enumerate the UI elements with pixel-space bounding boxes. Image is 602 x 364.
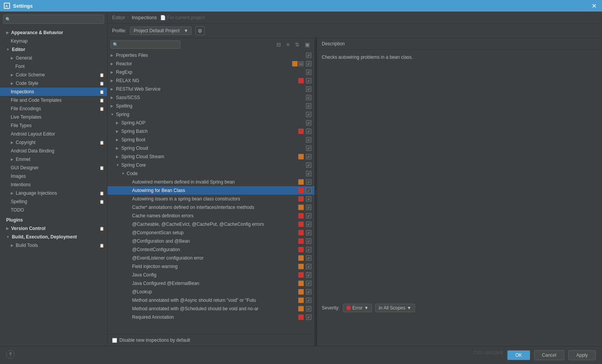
ins-checkbox[interactable] <box>306 281 311 286</box>
sidebar-item-build-tools[interactable]: ▶ Build Tools 📋 <box>0 241 107 250</box>
sidebar-item-code-style[interactable]: ▶ Code Style 📋 <box>0 79 107 88</box>
ins-lookup[interactable]: @Lookup <box>108 288 314 296</box>
sidebar-item-inspections[interactable]: Inspections 📋 <box>0 88 107 96</box>
ins-checkbox[interactable] <box>306 86 311 92</box>
ins-checkbox[interactable] <box>306 95 311 100</box>
ins-autowiring-constructors[interactable]: Autowiring issues in a spring bean class… <box>108 195 314 203</box>
ins-cacheable-errors[interactable]: @Cacheable, @CacheEvict, @CachePut, @Cac… <box>108 220 314 228</box>
scope-dropdown-button[interactable]: In All Scopes ▼ <box>375 304 415 312</box>
ins-cache-names[interactable]: Cache names definition errors <box>108 212 314 220</box>
ins-checkbox[interactable] <box>306 61 311 66</box>
ins-spring-aop[interactable]: ▶ Spring AOP <box>108 119 314 127</box>
severity-dropdown-button[interactable]: Error ▼ <box>343 304 372 312</box>
ins-method-scheduled[interactable]: Method annotated with @Scheduled should … <box>108 304 314 313</box>
sort-button[interactable]: ⇅ <box>293 41 301 48</box>
ok-button[interactable]: OK <box>507 350 530 360</box>
sidebar-search-input[interactable] <box>3 15 104 24</box>
sidebar-item-file-types[interactable]: File Types <box>0 121 107 130</box>
ins-checkbox[interactable] <box>306 222 311 227</box>
sidebar-item-plugins[interactable]: Plugins <box>0 216 107 224</box>
ins-java-config[interactable]: Java Config <box>108 271 314 279</box>
cancel-button[interactable]: Cancel <box>534 350 564 360</box>
sidebar-item-general[interactable]: ▶ General <box>0 54 107 62</box>
ins-checkbox[interactable] <box>306 289 311 295</box>
sidebar-item-emmet[interactable]: ▶ Emmet <box>0 155 107 164</box>
ins-spring-core[interactable]: ▼ Spring Core <box>108 161 314 169</box>
ins-sass[interactable]: ▶ Sass/SCSS <box>108 93 314 102</box>
ins-autowiring-bean-class[interactable]: Autowiring for Bean Class <box>108 186 314 195</box>
sidebar-item-keymap[interactable]: Keymap <box>0 37 107 45</box>
ins-cache-annotations[interactable]: Cache* annotations defined on interfaces… <box>108 203 314 212</box>
sidebar-item-images[interactable]: Images <box>0 172 107 180</box>
ins-checkbox[interactable] <box>306 137 311 142</box>
ins-spring-boot[interactable]: ▶ Spring Boot <box>108 136 314 144</box>
ins-java-configured-external[interactable]: Java Configured @ExternalBean <box>108 279 314 288</box>
ins-component-scan[interactable]: @ComponentScan setup <box>108 228 314 237</box>
ins-properties-files[interactable]: ▶ Properties Files <box>108 51 314 60</box>
sidebar-item-copyright[interactable]: ▶ Copyright 📋 <box>0 138 107 147</box>
sidebar-item-build-execution[interactable]: ▼ Build, Execution, Deployment <box>0 233 107 241</box>
sidebar-item-version-control[interactable]: ▶ Version Control 📋 <box>0 224 107 233</box>
ins-checkbox[interactable] <box>306 255 311 261</box>
ins-checkbox[interactable] <box>306 146 311 151</box>
ins-checkbox[interactable] <box>306 196 311 202</box>
ins-context-configuration[interactable]: @ContextConfiguration <box>108 245 314 254</box>
ins-relax-ng[interactable]: ▶ RELAX NG <box>108 76 314 85</box>
ins-checkbox[interactable] <box>306 103 311 109</box>
ins-checkbox[interactable] <box>306 264 311 269</box>
sidebar-item-intentions[interactable]: Intentions <box>0 180 107 189</box>
ins-restful[interactable]: ▶ RESTful Web Service <box>108 85 314 93</box>
apply-button[interactable]: Apply <box>568 350 596 360</box>
ins-checkbox[interactable] <box>306 129 311 134</box>
sidebar-item-editor[interactable]: ▼ Editor <box>0 45 107 54</box>
ins-checkbox[interactable] <box>306 314 311 320</box>
ins-checkbox[interactable] <box>306 162 311 168</box>
ins-checkbox[interactable] <box>306 120 311 126</box>
ins-checkbox[interactable] <box>306 247 311 252</box>
ins-spring[interactable]: ▼ Spring <box>108 110 314 119</box>
ins-checkbox[interactable] <box>306 112 311 117</box>
sidebar-item-language-injections[interactable]: ▶ Language Injections 📋 <box>0 189 107 197</box>
ins-checkbox[interactable] <box>306 238 311 244</box>
sidebar-item-color-scheme[interactable]: ▶ Color Scheme 📋 <box>0 71 107 79</box>
ins-checkbox[interactable] <box>306 272 311 278</box>
ins-code[interactable]: ▼ Code <box>108 169 314 178</box>
ins-field-injection[interactable]: Field injection warning <box>108 262 314 271</box>
close-button[interactable]: ✕ <box>590 2 598 10</box>
ins-required-annotation[interactable]: Required Annotation <box>108 313 314 321</box>
ins-reactor[interactable]: ▶ Reactor — <box>108 60 314 68</box>
ins-spring-cloud-stream[interactable]: ▶ Spring Cloud Stream <box>108 152 314 161</box>
sidebar-item-android-layout-editor[interactable]: Android Layout Editor <box>0 130 107 138</box>
ins-event-listener[interactable]: @EventListener configuration error <box>108 254 314 262</box>
ins-spring-batch[interactable]: ▶ Spring Batch <box>108 127 314 136</box>
ins-checkbox[interactable] <box>306 69 311 75</box>
filter-button[interactable]: ⊟ <box>275 41 283 48</box>
ins-checkbox[interactable] <box>306 53 311 58</box>
ins-configuration-bean[interactable]: @Configuration and @Bean <box>108 237 314 245</box>
ins-method-async[interactable]: Method annotated with @Async should retu… <box>108 296 314 304</box>
sidebar-item-live-templates[interactable]: Live Templates <box>0 113 107 121</box>
profile-gear-button[interactable]: ⚙ <box>195 26 205 35</box>
ins-checkbox[interactable] <box>306 179 311 185</box>
layout-button[interactable]: ▣ <box>303 41 311 48</box>
ins-checkbox[interactable] <box>306 306 311 311</box>
ins-checkbox[interactable] <box>306 230 311 235</box>
expand-button[interactable]: ≡ <box>285 41 291 48</box>
sidebar-item-appearance[interactable]: ▶ Appearance & Behavior <box>0 28 107 37</box>
ins-checkbox[interactable] <box>306 213 311 218</box>
inspections-search-input[interactable] <box>111 40 180 49</box>
ins-spring-cloud[interactable]: ▶ Spring Cloud <box>108 144 314 152</box>
sidebar-item-spelling[interactable]: Spelling 📋 <box>0 197 107 206</box>
sidebar-item-file-encodings[interactable]: File Encodings 📋 <box>0 104 107 113</box>
ins-checkbox[interactable] <box>306 188 311 193</box>
profile-dropdown[interactable]: Project Default Project ▼ <box>130 26 192 35</box>
ins-regexp[interactable]: ▶ RegExp <box>108 68 314 76</box>
ins-checkbox[interactable] <box>306 171 311 176</box>
help-button[interactable]: ? <box>6 350 15 359</box>
sidebar-item-file-code-templates[interactable]: File and Code Templates 📋 <box>0 96 107 104</box>
ins-checkbox[interactable] <box>306 78 311 83</box>
ins-checkbox[interactable] <box>306 205 311 210</box>
ins-autowired-members[interactable]: Autowired members defined in invalid Spr… <box>108 178 314 186</box>
sidebar-item-todo[interactable]: TODO <box>0 206 107 214</box>
disable-inspections-checkbox[interactable] <box>112 338 117 343</box>
